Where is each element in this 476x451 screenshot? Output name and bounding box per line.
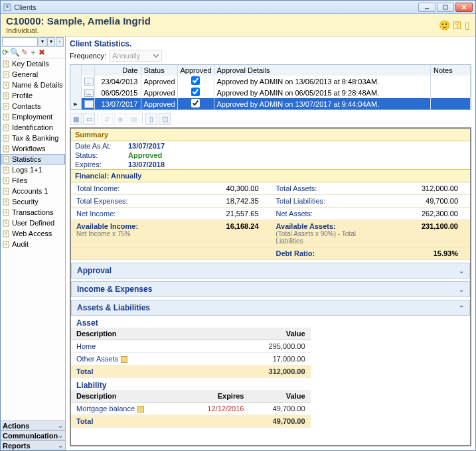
net-income-value: 21,557.65 xyxy=(184,208,271,220)
sidebar-item-transactions[interactable]: Transactions xyxy=(1,207,65,218)
accordion-approval[interactable]: Approval⌄ xyxy=(71,263,470,279)
approved-checkbox[interactable] xyxy=(191,99,200,107)
financial-header: Financial: Annually xyxy=(71,169,470,182)
search-icon[interactable]: 🔍 xyxy=(10,48,20,56)
expires-label: Expires: xyxy=(75,161,128,168)
sidebar-item-user-defined[interactable]: User Defined xyxy=(1,218,65,228)
key-icon[interactable]: ⚿ xyxy=(453,20,462,31)
sidebar-search-input[interactable] xyxy=(2,37,38,46)
row-ellipsis-button[interactable]: … xyxy=(84,78,94,86)
liab-col-value: Value xyxy=(249,390,310,403)
row-ellipsis-button[interactable]: … xyxy=(84,89,94,97)
accordion-income-expenses[interactable]: Income & Expenses⌄ xyxy=(71,281,470,297)
col-date[interactable]: Date xyxy=(94,65,141,76)
minimize-button[interactable] xyxy=(418,3,436,12)
col-approved[interactable]: Approved xyxy=(177,65,214,76)
sidebar-search-dropdown[interactable]: ▾ xyxy=(39,37,46,46)
delete-icon[interactable]: ✖ xyxy=(39,48,45,56)
net-income-label: Net Income: xyxy=(71,208,184,220)
approved-checkbox[interactable] xyxy=(191,88,200,96)
app-icon xyxy=(3,3,11,11)
sidebar-section-communication[interactable]: Communication⌄ xyxy=(1,430,65,440)
close-button[interactable] xyxy=(455,3,473,12)
sidebar-item-employment[interactable]: Employment xyxy=(1,111,65,122)
debt-ratio-label: Debt Ratio: xyxy=(271,247,384,260)
liab-col-expires: Expires xyxy=(183,390,250,403)
total-income-label: Total Income: xyxy=(71,182,184,195)
sidebar-item-web-access[interactable]: Web Access xyxy=(1,228,65,239)
total-assets-label: Total Assets: xyxy=(271,182,384,195)
liability-row[interactable]: Mortgage balance12/12/201649,700.00 xyxy=(71,403,311,415)
sidebar-item-audit[interactable]: Audit xyxy=(1,239,65,249)
total-expenses-label: Total Expenses: xyxy=(71,195,184,208)
date-as-at-value: 13/07/2017 xyxy=(128,142,165,150)
sidebar-section-reports[interactable]: Reports⌄ xyxy=(1,440,65,450)
sidebar-section-actions[interactable]: Actions⌄ xyxy=(1,420,65,430)
sidebar-item-logs-1-1[interactable]: Logs 1+1 xyxy=(1,164,65,175)
sidebar-item-security[interactable]: Security xyxy=(1,196,65,207)
history-grid[interactable]: Date Status Approved Approval Details No… xyxy=(70,64,471,110)
expires-value: 13/07/2018 xyxy=(128,161,165,168)
col-notes[interactable]: Notes xyxy=(431,65,471,76)
doc-icon: ▤ xyxy=(127,113,139,125)
edit-icon[interactable]: ✎ xyxy=(21,48,28,56)
asset-subheader: Asset xyxy=(71,316,470,328)
note-icon xyxy=(137,406,144,413)
grid-row[interactable]: …23/04/2013ApprovedApproved by ADMIN on … xyxy=(70,76,471,87)
asset-row[interactable]: Home295,000.00 xyxy=(71,340,311,353)
liab-col-desc: Description xyxy=(71,390,183,403)
sidebar-item-tax-banking[interactable]: Tax & Banking xyxy=(1,133,65,143)
user-icon: ◉ xyxy=(114,113,126,125)
sidebar-item-files[interactable]: Files xyxy=(1,175,65,186)
panel-title: Client Statistics. xyxy=(66,36,475,50)
grid-row[interactable]: ▸…13/07/2017ApprovedApproved by ADMIN on… xyxy=(70,98,471,109)
sidebar-search: ▾ ▾ ◦ xyxy=(1,36,65,47)
sidebar-item-contacts[interactable]: Contacts xyxy=(1,101,65,111)
sidebar-item-workflows[interactable]: Workflows xyxy=(1,143,65,154)
grid-row[interactable]: …06/05/2015ApprovedApproved by ADMIN on … xyxy=(70,87,471,98)
accordion-assets-liabilities[interactable]: Assets & Liabilities⌃ xyxy=(71,300,470,316)
sidebar-item-general[interactable]: General xyxy=(1,69,65,80)
sidebar-search-more[interactable]: ◦ xyxy=(56,37,64,46)
chevron-down-icon: ⌄ xyxy=(459,286,464,293)
face-icon[interactable]: 🙂 xyxy=(439,20,450,31)
asset-total-label: Total xyxy=(71,365,206,378)
status-label: Status: xyxy=(75,151,128,159)
col-status[interactable]: Status xyxy=(141,65,177,76)
note-icon xyxy=(121,356,127,363)
sidebar-item-profile[interactable]: Profile xyxy=(1,90,65,101)
add-icon[interactable]: ＋ xyxy=(29,48,37,56)
asset-col-desc: Description xyxy=(71,328,206,340)
total-income-value: 40,300.00 xyxy=(184,182,271,195)
financial-grid: Total Income: 40,300.00 Total Assets: 31… xyxy=(71,182,470,260)
col-details[interactable]: Approval Details xyxy=(214,65,431,76)
sidebar-item-name-details[interactable]: Name & Details xyxy=(1,80,65,90)
layout2-icon[interactable]: ◫ xyxy=(159,113,171,125)
asset-row[interactable]: Other Assets17,000.00 xyxy=(71,353,311,365)
approved-checkbox[interactable] xyxy=(191,76,200,85)
svg-rect-3 xyxy=(443,5,447,9)
maximize-button[interactable] xyxy=(437,3,454,12)
refresh-icon[interactable]: ⟳ xyxy=(2,48,9,56)
sidebar-item-identification[interactable]: Identification xyxy=(1,122,65,133)
svg-point-1 xyxy=(6,5,9,8)
client-title: C10000: Sample, Amelia Ingrid xyxy=(6,15,151,27)
view-grid-icon[interactable]: ▦ xyxy=(70,113,82,125)
frequency-select[interactable]: Annually xyxy=(109,50,162,62)
sidebar-search-go[interactable]: ▾ xyxy=(47,37,55,46)
liab-total-label: Total xyxy=(71,415,183,428)
sidebar-item-statistics[interactable]: Statistics xyxy=(1,154,65,164)
layout1-icon[interactable]: ▯ xyxy=(145,113,157,125)
tree-icon: ⇵ xyxy=(101,113,113,125)
sidebar-item-key-details[interactable]: Key Details xyxy=(1,58,65,69)
row-ellipsis-button[interactable]: … xyxy=(84,100,94,108)
view-card-icon[interactable]: ▭ xyxy=(83,113,95,125)
window-title: Clients xyxy=(14,3,37,11)
sidebar-list: Key DetailsGeneralName & DetailsProfileC… xyxy=(1,58,65,420)
total-liabilities-value: 49,700.00 xyxy=(383,195,470,208)
sidebar-item-accounts-1[interactable]: Accounts 1 xyxy=(1,186,65,196)
bookmark-icon[interactable]: ▯ xyxy=(465,20,470,31)
detail-toolbar: ▦ ▭ ⇵ ◉ ▤ ▯ ◫ xyxy=(66,110,475,127)
liability-subheader: Liability xyxy=(71,378,470,390)
sidebar: ▾ ▾ ◦ ⟳ 🔍 ✎ ＋ ✖ Key DetailsGeneralName &… xyxy=(1,36,66,450)
